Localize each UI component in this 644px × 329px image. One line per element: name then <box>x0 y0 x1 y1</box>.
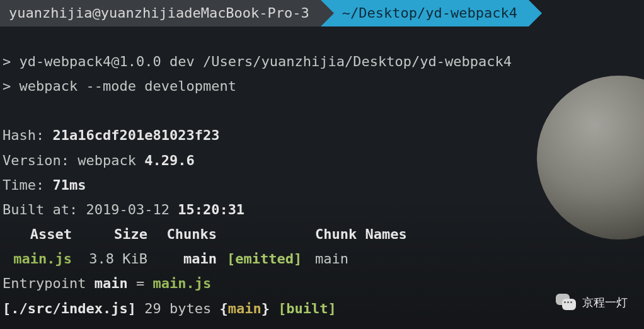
npm-command-line: > webpack --mode development <box>3 74 641 98</box>
module-chunk: main <box>228 301 262 316</box>
watermark: 京程一灯 <box>556 294 628 311</box>
time-line: Time: 71ms <box>3 173 641 197</box>
asset-size: 3.8 KiB <box>72 246 147 271</box>
version-value: 4.29.6 <box>144 153 194 168</box>
asset-chunk-name: main <box>305 246 431 271</box>
asset-chunk: main <box>147 246 217 271</box>
built-at-line: Built at: 2019-03-12 15:20:31 <box>3 197 641 222</box>
time-value: 71ms <box>52 177 86 193</box>
brace-close: } <box>262 301 270 316</box>
module-status: [built] <box>278 301 336 316</box>
built-label: Built at: <box>3 202 86 217</box>
hash-line: Hash: 21a16cdf201e81023f23 <box>3 123 641 147</box>
entry-prefix: Entrypoint <box>3 275 95 291</box>
bracket-open: [ <box>3 301 11 316</box>
assets-header-row: AssetSizeChunksChunk Names <box>3 222 641 246</box>
module-path: ./src/index.js <box>11 301 127 316</box>
col-chunks: Chunks <box>147 222 217 246</box>
version-line: Version: webpack 4.29.6 <box>3 148 641 173</box>
npm-pkg-info: yd-webpack4@1.0.0 dev /Users/yuanzhijia/… <box>20 54 512 69</box>
module-size: 29 bytes <box>136 301 219 316</box>
prompt-user-host: yuanzhijia@yuanzhijiadeMacBook-Pro-3 <box>0 0 321 26</box>
space <box>270 301 278 316</box>
watermark-text: 京程一灯 <box>582 295 628 310</box>
col-size: Size <box>72 222 147 246</box>
wechat-chat-icon <box>556 294 577 311</box>
built-date: 2019-03-12 <box>86 202 178 217</box>
assets-row: main.js3.8 KiBmain[emitted]main <box>3 246 641 271</box>
terminal-output: > yd-webpack4@1.0.0 dev /Users/yuanzhiji… <box>0 26 644 321</box>
brace-open: { <box>219 301 227 316</box>
asset-status: [emitted] <box>217 246 305 271</box>
entry-name: main <box>95 275 128 291</box>
prompt-header: yuanzhijia@yuanzhijiadeMacBook-Pro-3 ~/D… <box>0 0 644 26</box>
hash-value: 21a16cdf201e81023f23 <box>52 127 219 143</box>
col-asset: Asset <box>3 222 72 246</box>
hash-label: Hash: <box>3 127 52 143</box>
blank-line <box>3 98 641 123</box>
asset-name: main.js <box>3 246 72 271</box>
prompt-marker: > <box>3 54 20 69</box>
version-label: Version: <box>3 153 78 168</box>
version-tool: webpack <box>78 153 144 168</box>
col-names: Chunk Names <box>305 222 431 246</box>
prompt-cwd: ~/Desktop/yd-webpack4 <box>321 0 529 26</box>
module-line: [./src/index.js] 29 bytes {main} [built] <box>3 296 641 321</box>
webpack-command: webpack --mode development <box>20 78 236 94</box>
prompt-marker: > <box>3 78 20 94</box>
time-label: Time: <box>3 177 52 193</box>
entrypoint-line: Entrypoint main = main.js <box>3 271 641 296</box>
npm-script-line: > yd-webpack4@1.0.0 dev /Users/yuanzhiji… <box>3 49 641 74</box>
entry-eq: = <box>128 275 153 291</box>
entry-file: main.js <box>152 275 211 291</box>
bracket-close: ] <box>128 301 136 316</box>
built-time: 15:20:31 <box>178 202 244 217</box>
